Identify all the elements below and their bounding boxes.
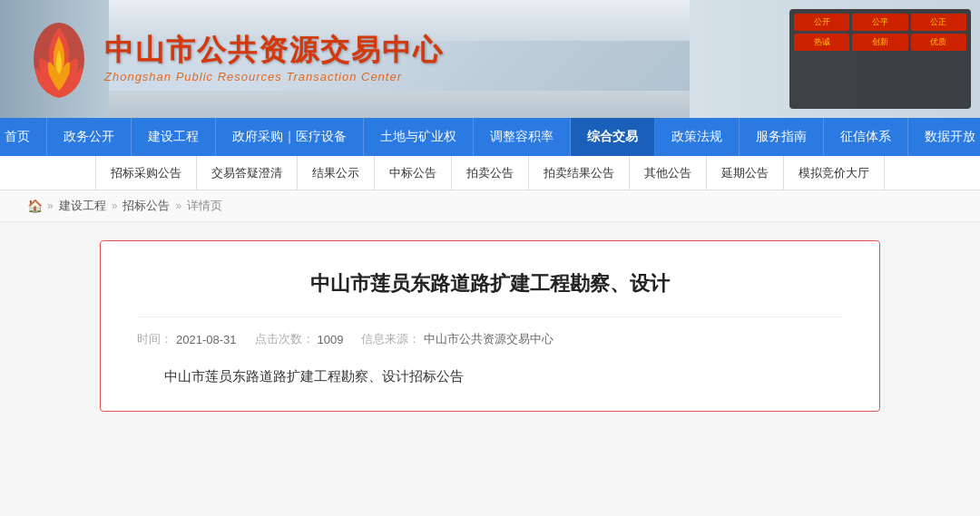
logo-english-text: Zhongshan Public Resources Transaction C… [104, 70, 444, 83]
meta-source-label: 信息来源： [361, 331, 420, 347]
main-nav-items: 首页 政务公开 建设工程 政府采购｜医疗设备 土地与矿业权 调整容积率 综合交易… [0, 118, 980, 156]
sub-nav-results[interactable]: 结果公示 [298, 156, 375, 190]
article-body: 中山市莲员东路道路扩建工程勘察、设计招标公告 [137, 364, 843, 388]
logo-text: 中山市公共资源交易中心 Zhongshan Public Resources T… [104, 34, 444, 83]
meta-time: 时间： 2021-08-31 [137, 331, 237, 347]
nav-item-govopen[interactable]: 政务公开 [47, 118, 132, 156]
header-banner: 中山市公共资源交易中心 Zhongshan Public Resources T… [0, 0, 980, 118]
scoreboard-item: 创新 [852, 34, 907, 51]
nav-item-construction[interactable]: 建设工程 [132, 118, 216, 156]
breadcrumb: 🏠 » 建设工程 » 招标公告 » 详情页 [0, 190, 980, 222]
scoreboard-item: 公开 [794, 14, 849, 31]
sub-nav-items: 招标采购公告 交易答疑澄清 结果公示 中标公告 拍卖公告 拍卖结果公告 其他公告… [95, 156, 885, 190]
meta-clicks: 点击次数： 1009 [255, 331, 344, 347]
scoreboard-item: 公平 [852, 14, 907, 31]
scoreboard-item: 公正 [911, 14, 966, 31]
nav-item-credit[interactable]: 征信体系 [824, 118, 908, 156]
sub-nav-qa[interactable]: 交易答疑澄清 [197, 156, 298, 190]
content-area: 中山市莲员东路道路扩建工程勘察、设计 时间： 2021-08-31 点击次数： … [0, 222, 980, 512]
logo-chinese-text: 中山市公共资源交易中心 [104, 34, 444, 66]
meta-time-label: 时间： [137, 331, 172, 347]
sub-nav-other[interactable]: 其他公告 [630, 156, 707, 190]
nav-item-policy[interactable]: 政策法规 [655, 118, 740, 156]
scoreboard-row-2: 热诚 创新 优质 [794, 34, 966, 51]
breadcrumb-bidding[interactable]: 招标公告 [122, 198, 170, 214]
article-title: 中山市莲员东路道路扩建工程勘察、设计 [137, 268, 843, 298]
scoreboard-item: 优质 [911, 34, 966, 51]
nav-item-adjust[interactable]: 调整容积率 [474, 118, 571, 156]
article-divider [137, 316, 843, 317]
breadcrumb-separator: » [112, 200, 118, 212]
nav-item-composite[interactable]: 综合交易 [571, 118, 655, 156]
meta-source: 信息来源： 中山市公共资源交易中心 [361, 331, 554, 347]
meta-source-value: 中山市公共资源交易中心 [424, 331, 554, 347]
scoreboard-item: 热诚 [794, 34, 849, 51]
nav-item-service[interactable]: 服务指南 [740, 118, 824, 156]
breadcrumb-construction[interactable]: 建设工程 [59, 198, 106, 214]
meta-time-value: 2021-08-31 [176, 333, 237, 346]
nav-item-data[interactable]: 数据开放 [908, 118, 980, 156]
main-navigation: 首页 政务公开 建设工程 政府采购｜医疗设备 土地与矿业权 调整容积率 综合交易… [0, 118, 980, 156]
scoreboard-row-1: 公开 公平 公正 [794, 14, 966, 31]
sub-nav-auction[interactable]: 拍卖公告 [452, 156, 529, 190]
breadcrumb-current: 详情页 [187, 198, 222, 214]
sub-nav-simulation[interactable]: 模拟竞价大厅 [784, 156, 885, 190]
sub-nav-delay[interactable]: 延期公告 [707, 156, 784, 190]
home-icon[interactable]: 🏠 [27, 199, 42, 213]
right-scoreboard: 公开 公平 公正 热诚 创新 优质 [789, 9, 971, 109]
flame-logo-icon [27, 18, 91, 100]
sub-nav-bidding[interactable]: 招标采购公告 [95, 156, 197, 190]
sub-nav-auction-result[interactable]: 拍卖结果公告 [529, 156, 630, 190]
article-meta: 时间： 2021-08-31 点击次数： 1009 信息来源： 中山市公共资源交… [137, 331, 843, 347]
breadcrumb-separator: » [175, 200, 181, 212]
meta-clicks-label: 点击次数： [255, 331, 314, 347]
meta-clicks-value: 1009 [318, 333, 344, 346]
article-card: 中山市莲员东路道路扩建工程勘察、设计 时间： 2021-08-31 点击次数： … [100, 240, 880, 412]
sub-nav-winning[interactable]: 中标公告 [375, 156, 452, 190]
breadcrumb-separator: » [47, 200, 54, 212]
nav-item-land[interactable]: 土地与矿业权 [364, 118, 474, 156]
nav-item-home[interactable]: 首页 [0, 118, 47, 156]
sub-navigation: 招标采购公告 交易答疑澄清 结果公示 中标公告 拍卖公告 拍卖结果公告 其他公告… [0, 156, 980, 190]
nav-item-govprocure[interactable]: 政府采购｜医疗设备 [216, 118, 364, 156]
